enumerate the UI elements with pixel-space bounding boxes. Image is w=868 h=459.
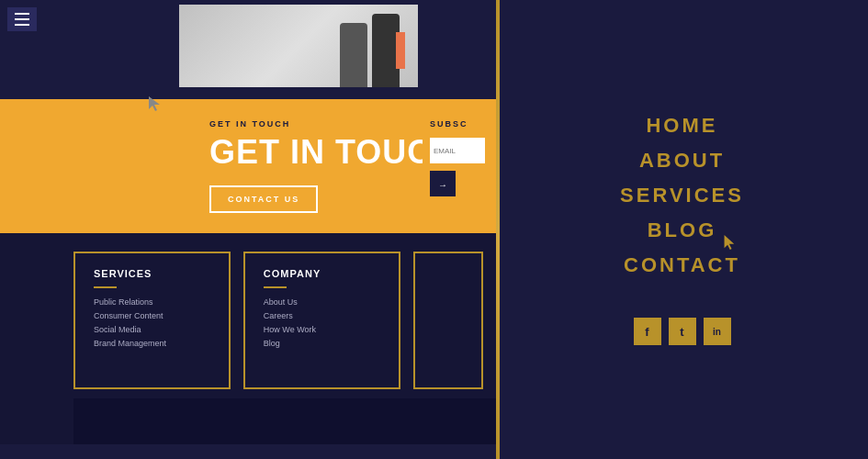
hero-image-inner bbox=[179, 5, 418, 87]
link-social-media[interactable]: Social Media bbox=[94, 325, 210, 334]
facebook-icon[interactable]: f bbox=[634, 318, 661, 345]
twitter-icon[interactable]: t bbox=[669, 318, 696, 345]
link-how-we-work[interactable]: How We Work bbox=[264, 325, 380, 334]
nav-item-home[interactable]: HOME bbox=[646, 114, 717, 138]
nav-item-blog[interactable]: BLOG bbox=[648, 218, 717, 242]
footer-card-partial bbox=[413, 252, 483, 389]
email-input[interactable] bbox=[430, 138, 485, 163]
link-brand-management[interactable]: Brand Management bbox=[94, 339, 210, 348]
image-accent bbox=[396, 32, 405, 69]
figure-left bbox=[340, 23, 367, 87]
social-icons: f t in bbox=[634, 318, 731, 345]
bottom-dark-area bbox=[73, 398, 496, 444]
nav-item-services[interactable]: SERVICES bbox=[620, 184, 744, 207]
nav-item-contact[interactable]: CONTACT bbox=[624, 253, 740, 277]
services-divider bbox=[94, 286, 117, 288]
facebook-label: f bbox=[645, 325, 648, 339]
subscribe-button[interactable]: → bbox=[430, 171, 456, 196]
link-public-relations[interactable]: Public Relations bbox=[94, 297, 210, 307]
link-careers[interactable]: Careers bbox=[264, 311, 380, 320]
subscribe-area: SUBSC → bbox=[423, 99, 496, 233]
hamburger-line-1 bbox=[15, 13, 29, 15]
hero-image-card bbox=[179, 5, 418, 87]
company-card-title: COMPANY bbox=[264, 268, 380, 279]
company-divider bbox=[264, 286, 287, 288]
link-blog[interactable]: Blog bbox=[264, 339, 380, 348]
nav-cursor-indicator bbox=[722, 231, 733, 244]
footer-cards-row: SERVICES Public Relations Consumer Conte… bbox=[73, 252, 496, 389]
yellow-section: GET IN TOUCH GET IN TOUCH CONTACT US SUB… bbox=[0, 99, 496, 233]
linkedin-label: in bbox=[713, 327, 721, 337]
services-card-title: SERVICES bbox=[94, 268, 210, 279]
top-image-area bbox=[0, 0, 496, 99]
right-panel: HOME ABOUT SERVICES BLOG CONTACT f t in bbox=[496, 0, 868, 459]
left-panel: GET IN TOUCH GET IN TOUCH CONTACT US SUB… bbox=[0, 0, 496, 459]
cursor-arrow bbox=[149, 96, 160, 107]
linkedin-icon[interactable]: in bbox=[704, 318, 731, 345]
hamburger-line-3 bbox=[15, 24, 29, 26]
nav-menu: HOME ABOUT SERVICES BLOG CONTACT bbox=[620, 114, 744, 277]
link-consumer-content[interactable]: Consumer Content bbox=[94, 311, 210, 320]
hamburger-line-2 bbox=[15, 18, 29, 20]
footer-card-company: COMPANY About Us Careers How We Work Blo… bbox=[243, 252, 400, 389]
subscribe-label: SUBSC bbox=[430, 119, 489, 129]
nav-item-about[interactable]: ABOUT bbox=[639, 149, 725, 173]
link-about-us[interactable]: About Us bbox=[264, 297, 380, 307]
contact-us-button[interactable]: CONTACT US bbox=[209, 185, 318, 213]
twitter-label: t bbox=[680, 325, 683, 339]
hamburger-menu[interactable] bbox=[7, 7, 37, 31]
footer-card-services: SERVICES Public Relations Consumer Conte… bbox=[73, 252, 231, 389]
footer-section: SERVICES Public Relations Consumer Conte… bbox=[0, 233, 496, 444]
